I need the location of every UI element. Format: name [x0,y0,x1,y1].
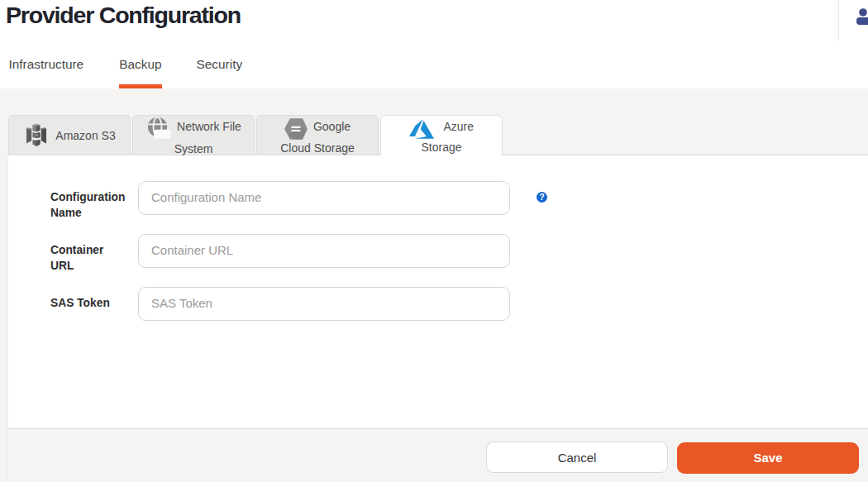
svg-text:?: ? [539,192,544,202]
